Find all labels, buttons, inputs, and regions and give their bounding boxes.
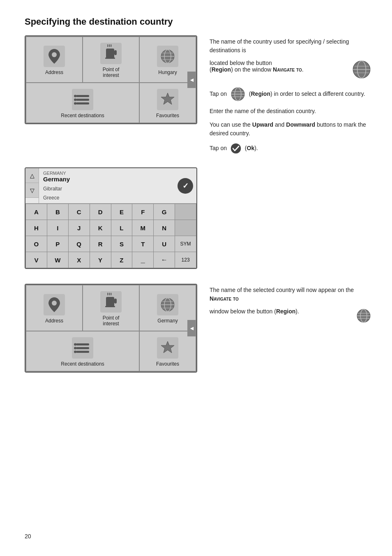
scroll-arrow-1[interactable]: ◄ <box>187 72 196 88</box>
globe-icon-menu-1 <box>157 46 178 67</box>
globe-icon-tap <box>230 86 246 102</box>
address-button-1[interactable]: Address <box>26 37 82 82</box>
svg-point-33 <box>52 301 57 306</box>
key-F[interactable]: F <box>132 204 153 220</box>
poi-label-2: Point ofinterest <box>103 315 120 327</box>
key-E[interactable]: E <box>111 204 132 220</box>
keyboard-section: △ ▽ GERMANY Germany Gibraltar Greece ✓ A… <box>25 167 371 276</box>
key-N[interactable]: N <box>154 220 175 236</box>
downward-bold: Downward <box>286 121 315 128</box>
recent-label-1: Recent destinations <box>61 113 104 118</box>
ok-checkmark-icon <box>230 143 242 154</box>
favourites-button-2[interactable]: Favourites <box>140 331 196 371</box>
nav-menu-section-2: Address Point ofinterest <box>25 284 197 379</box>
recent-icon-1 <box>72 89 93 110</box>
svg-point-49 <box>74 347 76 350</box>
scroll-arrow-2[interactable]: ◄ <box>187 320 196 336</box>
confirm-country-button[interactable]: ✓ <box>178 178 193 194</box>
key-T[interactable]: T <box>132 236 153 252</box>
address-button-2[interactable]: Address <box>26 285 82 331</box>
poi-label-1: Point ofinterest <box>103 67 120 78</box>
favourites-label-2: Favourites <box>156 361 179 367</box>
menu-grid-1: Address Point ofinteres <box>25 36 196 123</box>
globe-icon-right-1 <box>352 60 371 79</box>
poi-button-1[interactable]: Point ofinterest <box>83 37 139 82</box>
key-K[interactable]: K <box>90 220 111 236</box>
svg-point-17 <box>74 99 76 101</box>
key-O[interactable]: O <box>26 236 47 252</box>
key-W[interactable]: W <box>47 252 68 268</box>
para-4: Enter the name of the destination countr… <box>210 107 371 116</box>
key-U[interactable]: U <box>154 236 175 252</box>
key-G[interactable]: G <box>154 204 175 220</box>
country-other-2: Greece <box>43 195 173 201</box>
key-Q[interactable]: Q <box>69 236 90 252</box>
key-C[interactable]: C <box>69 204 90 220</box>
key-Z[interactable]: Z <box>111 252 132 268</box>
country-down-button[interactable]: ▽ <box>25 183 39 198</box>
key-H[interactable]: H <box>26 220 47 236</box>
address-label-2: Address <box>45 318 63 324</box>
para-7: The name of the selected country will no… <box>210 286 371 303</box>
recent-button-2[interactable]: Recent destinations <box>26 331 139 371</box>
globe-icon-right-2 <box>356 308 371 324</box>
key-D[interactable]: D <box>90 204 111 220</box>
page-number: 20 <box>25 533 31 540</box>
country-selector-area: △ ▽ GERMANY Germany Gibraltar Greece ✓ A… <box>25 167 197 276</box>
svg-rect-46 <box>76 347 89 349</box>
country-up-button[interactable]: △ <box>25 168 39 183</box>
svg-rect-35 <box>106 297 114 307</box>
key-X[interactable]: X <box>69 252 90 268</box>
key-underscore[interactable]: _ <box>132 252 153 268</box>
globe-para-block-2: window below the button (Region). <box>210 308 371 326</box>
country-keyboard: △ ▽ GERMANY Germany Gibraltar Greece ✓ A… <box>25 167 197 269</box>
top-section: Address Point ofinteres <box>25 35 371 159</box>
recent-button-1[interactable]: Recent destinations <box>26 83 139 123</box>
nav-menu-section-1: Address Point ofinteres <box>25 35 197 159</box>
svg-point-18 <box>74 102 76 105</box>
key-B[interactable]: B <box>47 204 68 220</box>
key-Y[interactable]: Y <box>90 252 111 268</box>
keyboard-grid: A B C D E F G H I J K L M N O P Q <box>25 204 196 268</box>
upward-bold: Upward <box>252 121 273 128</box>
svg-point-16 <box>74 95 76 97</box>
favourites-button-1[interactable]: Favourites <box>140 83 196 123</box>
poi-icon-1 <box>100 43 122 64</box>
key-V[interactable]: V <box>26 252 47 268</box>
poi-button-2[interactable]: Point ofinterest <box>83 285 139 331</box>
recent-label-2: Recent destinations <box>61 361 104 367</box>
ok-bold: Ok <box>247 145 255 151</box>
key-backspace[interactable]: ← <box>154 252 175 268</box>
key-L[interactable]: L <box>111 220 132 236</box>
key-A[interactable]: A <box>26 204 47 220</box>
navigate-to-menu-1: Address Point ofinteres <box>25 35 197 124</box>
key-I[interactable]: I <box>47 220 68 236</box>
key-123[interactable]: 123 <box>175 252 196 268</box>
country-nav-buttons: △ ▽ <box>25 168 39 203</box>
svg-rect-13 <box>76 95 89 97</box>
key-SYM[interactable]: SYM <box>175 236 196 252</box>
key-M[interactable]: M <box>132 220 153 236</box>
description-section-1: The name of the country used for specify… <box>210 35 371 159</box>
region-label-1: Hungary <box>158 70 177 75</box>
svg-point-50 <box>74 351 76 353</box>
page-title: Specifying the destination country <box>25 16 371 27</box>
country-selected-code: GERMANY <box>43 171 173 176</box>
navigate-to-menu-2: Address Point ofinterest <box>25 284 197 373</box>
globe-icon-menu-2 <box>157 294 178 315</box>
globe-para-block: located below the button (Region) on the… <box>210 60 371 81</box>
favourites-icon-1 <box>157 89 178 110</box>
key-J[interactable]: J <box>69 220 90 236</box>
svg-rect-14 <box>76 99 89 101</box>
key-R[interactable]: R <box>90 236 111 252</box>
key-P[interactable]: P <box>47 236 68 252</box>
para-1: The name of the country used for specify… <box>210 37 371 55</box>
svg-point-31 <box>231 144 241 154</box>
region-bold-1: Region <box>212 66 231 73</box>
menu-grid-2: Address Point ofinterest <box>25 285 196 372</box>
address-icon-1 <box>44 46 65 67</box>
key-S[interactable]: S <box>111 236 132 252</box>
svg-point-1 <box>52 52 57 57</box>
para-3: Tap on (Region) in order to select a dif… <box>210 86 371 102</box>
svg-rect-4 <box>114 50 117 55</box>
